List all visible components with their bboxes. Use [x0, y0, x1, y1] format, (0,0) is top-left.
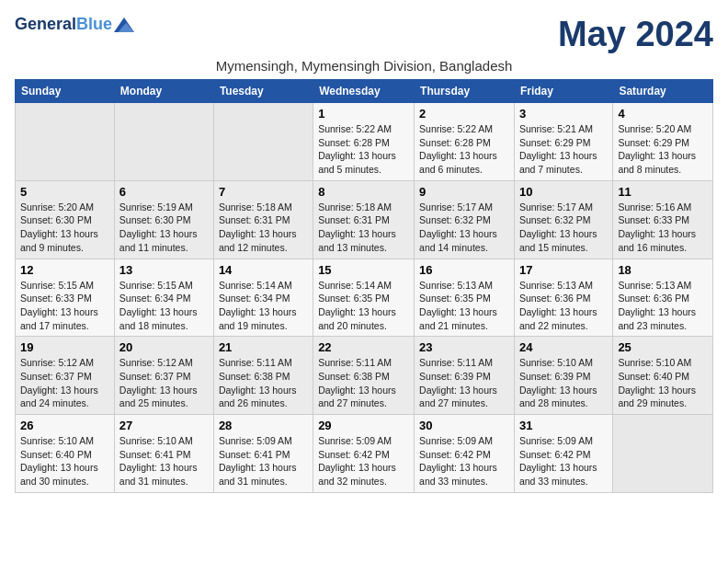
- calendar-week-row: 19Sunrise: 5:12 AM Sunset: 6:37 PM Dayli…: [16, 337, 713, 415]
- calendar-cell: 28Sunrise: 5:09 AM Sunset: 6:41 PM Dayli…: [213, 415, 313, 493]
- main-title: May 2024: [558, 15, 713, 54]
- day-number: 19: [20, 340, 109, 354]
- calendar-cell: [213, 103, 313, 181]
- calendar-cell: 15Sunrise: 5:14 AM Sunset: 6:35 PM Dayli…: [313, 259, 415, 337]
- calendar-cell: 14Sunrise: 5:14 AM Sunset: 6:34 PM Dayli…: [213, 259, 313, 337]
- calendar-cell: 30Sunrise: 5:09 AM Sunset: 6:42 PM Dayli…: [415, 415, 515, 493]
- calendar-header-row: SundayMondayTuesdayWednesdayThursdayFrid…: [16, 80, 713, 103]
- day-number: 7: [219, 185, 308, 199]
- day-detail: Sunrise: 5:20 AM Sunset: 6:29 PM Dayligh…: [618, 122, 708, 177]
- calendar-cell: 22Sunrise: 5:11 AM Sunset: 6:38 PM Dayli…: [313, 337, 415, 415]
- day-number: 6: [119, 185, 209, 199]
- day-detail: Sunrise: 5:15 AM Sunset: 6:34 PM Dayligh…: [119, 279, 209, 333]
- day-detail: Sunrise: 5:16 AM Sunset: 6:33 PM Dayligh…: [618, 201, 708, 255]
- day-detail: Sunrise: 5:13 AM Sunset: 6:36 PM Dayligh…: [519, 279, 608, 333]
- calendar-cell: 13Sunrise: 5:15 AM Sunset: 6:34 PM Dayli…: [114, 259, 213, 337]
- calendar-cell: 4Sunrise: 5:20 AM Sunset: 6:29 PM Daylig…: [613, 103, 713, 181]
- calendar-week-row: 1Sunrise: 5:22 AM Sunset: 6:28 PM Daylig…: [16, 103, 713, 181]
- calendar-cell: 10Sunrise: 5:17 AM Sunset: 6:32 PM Dayli…: [514, 180, 612, 259]
- day-detail: Sunrise: 5:20 AM Sunset: 6:30 PM Dayligh…: [20, 201, 109, 255]
- day-detail: Sunrise: 5:11 AM Sunset: 6:39 PM Dayligh…: [419, 356, 509, 410]
- logo: GeneralBlue: [15, 15, 134, 35]
- day-number: 3: [519, 107, 608, 121]
- day-detail: Sunrise: 5:12 AM Sunset: 6:37 PM Dayligh…: [20, 356, 109, 410]
- day-number: 22: [318, 340, 409, 354]
- day-number: 1: [318, 107, 409, 121]
- day-number: 16: [419, 263, 509, 277]
- day-number: 17: [519, 263, 608, 277]
- logo-text: GeneralBlue: [15, 16, 112, 34]
- day-detail: Sunrise: 5:17 AM Sunset: 6:32 PM Dayligh…: [519, 201, 608, 255]
- day-number: 29: [318, 419, 409, 432]
- day-detail: Sunrise: 5:09 AM Sunset: 6:41 PM Dayligh…: [219, 434, 308, 488]
- day-detail: Sunrise: 5:13 AM Sunset: 6:35 PM Dayligh…: [419, 279, 509, 333]
- calendar-week-row: 5Sunrise: 5:20 AM Sunset: 6:30 PM Daylig…: [16, 180, 713, 259]
- calendar-body: 1Sunrise: 5:22 AM Sunset: 6:28 PM Daylig…: [16, 103, 713, 493]
- day-number: 20: [119, 340, 209, 354]
- calendar-cell: 11Sunrise: 5:16 AM Sunset: 6:33 PM Dayli…: [613, 180, 713, 259]
- day-number: 2: [419, 107, 509, 121]
- calendar-cell: 27Sunrise: 5:10 AM Sunset: 6:41 PM Dayli…: [114, 415, 213, 493]
- calendar-cell: 2Sunrise: 5:22 AM Sunset: 6:28 PM Daylig…: [415, 103, 515, 181]
- calendar-cell: 9Sunrise: 5:17 AM Sunset: 6:32 PM Daylig…: [415, 180, 515, 259]
- day-number: 18: [618, 263, 708, 277]
- calendar-cell: 29Sunrise: 5:09 AM Sunset: 6:42 PM Dayli…: [313, 415, 415, 493]
- calendar-cell: 17Sunrise: 5:13 AM Sunset: 6:36 PM Dayli…: [514, 259, 612, 337]
- day-number: 15: [318, 263, 409, 277]
- day-detail: Sunrise: 5:22 AM Sunset: 6:28 PM Dayligh…: [419, 122, 509, 177]
- calendar-cell: 6Sunrise: 5:19 AM Sunset: 6:30 PM Daylig…: [114, 180, 213, 259]
- calendar-cell: 3Sunrise: 5:21 AM Sunset: 6:29 PM Daylig…: [514, 103, 612, 181]
- calendar-cell: [16, 103, 115, 181]
- day-detail: Sunrise: 5:10 AM Sunset: 6:41 PM Dayligh…: [119, 434, 209, 488]
- calendar-cell: 25Sunrise: 5:10 AM Sunset: 6:40 PM Dayli…: [613, 337, 713, 415]
- day-detail: Sunrise: 5:19 AM Sunset: 6:30 PM Dayligh…: [119, 201, 209, 255]
- calendar-cell: 24Sunrise: 5:10 AM Sunset: 6:39 PM Dayli…: [514, 337, 612, 415]
- day-detail: Sunrise: 5:14 AM Sunset: 6:35 PM Dayligh…: [318, 279, 409, 333]
- day-number: 24: [519, 340, 608, 354]
- header-cell-saturday: Saturday: [613, 80, 713, 103]
- day-detail: Sunrise: 5:21 AM Sunset: 6:29 PM Dayligh…: [519, 122, 608, 177]
- calendar-cell: 12Sunrise: 5:15 AM Sunset: 6:33 PM Dayli…: [16, 259, 115, 337]
- day-detail: Sunrise: 5:10 AM Sunset: 6:40 PM Dayligh…: [618, 356, 708, 410]
- calendar-table: SundayMondayTuesdayWednesdayThursdayFrid…: [15, 79, 713, 493]
- calendar-cell: 31Sunrise: 5:09 AM Sunset: 6:42 PM Dayli…: [514, 415, 612, 493]
- day-number: 12: [20, 263, 109, 277]
- calendar-cell: [114, 103, 213, 181]
- day-number: 13: [119, 263, 209, 277]
- day-number: 4: [618, 107, 708, 121]
- day-detail: Sunrise: 5:10 AM Sunset: 6:40 PM Dayligh…: [20, 434, 109, 488]
- day-detail: Sunrise: 5:22 AM Sunset: 6:28 PM Dayligh…: [318, 122, 409, 177]
- calendar-cell: 5Sunrise: 5:20 AM Sunset: 6:30 PM Daylig…: [16, 180, 115, 259]
- calendar-cell: 21Sunrise: 5:11 AM Sunset: 6:38 PM Dayli…: [213, 337, 313, 415]
- day-number: 25: [618, 340, 708, 354]
- calendar-cell: 7Sunrise: 5:18 AM Sunset: 6:31 PM Daylig…: [213, 180, 313, 259]
- day-number: 14: [219, 263, 308, 277]
- day-number: 21: [219, 340, 308, 354]
- calendar-week-row: 12Sunrise: 5:15 AM Sunset: 6:33 PM Dayli…: [16, 259, 713, 337]
- day-number: 10: [519, 185, 608, 199]
- calendar-week-row: 26Sunrise: 5:10 AM Sunset: 6:40 PM Dayli…: [16, 415, 713, 493]
- day-number: 8: [318, 185, 409, 199]
- day-number: 30: [419, 419, 509, 432]
- day-detail: Sunrise: 5:09 AM Sunset: 6:42 PM Dayligh…: [318, 434, 409, 488]
- calendar-cell: 19Sunrise: 5:12 AM Sunset: 6:37 PM Dayli…: [16, 337, 115, 415]
- header-cell-friday: Friday: [514, 80, 612, 103]
- day-detail: Sunrise: 5:10 AM Sunset: 6:39 PM Dayligh…: [519, 356, 608, 410]
- header-cell-thursday: Thursday: [415, 80, 515, 103]
- calendar-cell: 8Sunrise: 5:18 AM Sunset: 6:31 PM Daylig…: [313, 180, 415, 259]
- day-detail: Sunrise: 5:12 AM Sunset: 6:37 PM Dayligh…: [119, 356, 209, 410]
- day-number: 23: [419, 340, 509, 354]
- day-number: 5: [20, 185, 109, 199]
- calendar-cell: 1Sunrise: 5:22 AM Sunset: 6:28 PM Daylig…: [313, 103, 415, 181]
- day-detail: Sunrise: 5:13 AM Sunset: 6:36 PM Dayligh…: [618, 279, 708, 333]
- header-cell-monday: Monday: [114, 80, 213, 103]
- day-detail: Sunrise: 5:14 AM Sunset: 6:34 PM Dayligh…: [219, 279, 308, 333]
- calendar-cell: 23Sunrise: 5:11 AM Sunset: 6:39 PM Dayli…: [415, 337, 515, 415]
- header-cell-tuesday: Tuesday: [213, 80, 313, 103]
- day-number: 28: [219, 419, 308, 432]
- day-detail: Sunrise: 5:11 AM Sunset: 6:38 PM Dayligh…: [219, 356, 308, 410]
- calendar-cell: 18Sunrise: 5:13 AM Sunset: 6:36 PM Dayli…: [613, 259, 713, 337]
- header-cell-wednesday: Wednesday: [313, 80, 415, 103]
- title-section: May 2024: [558, 15, 713, 54]
- day-detail: Sunrise: 5:18 AM Sunset: 6:31 PM Dayligh…: [219, 201, 308, 255]
